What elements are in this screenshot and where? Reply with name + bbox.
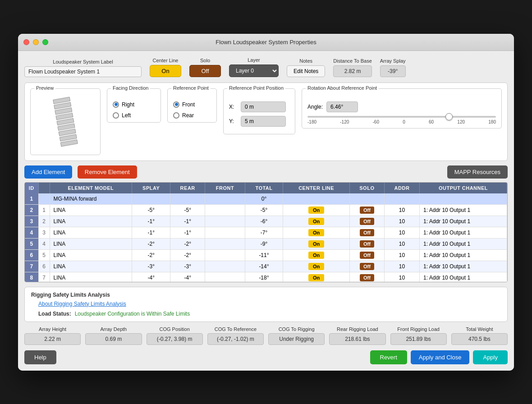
- window-title: Flown Loudspeaker System Properties: [216, 39, 316, 46]
- stat-group: Array Depth 0.69 m: [85, 326, 142, 345]
- facing-right-radio[interactable]: [113, 101, 119, 108]
- table-row[interactable]: 1MG-MINA forward0°: [25, 193, 507, 205]
- splay-value: -39°: [380, 65, 406, 77]
- rotation-slider-thumb[interactable]: [445, 113, 453, 120]
- facing-left-option[interactable]: Left: [113, 112, 155, 119]
- table-row[interactable]: 43LINA-1°-1°-7°OnOff101: Addr 10 Output …: [25, 227, 507, 238]
- ref-rear-option[interactable]: Rear: [173, 112, 211, 119]
- cell-centerline: On: [283, 204, 349, 216]
- cell-splay: -4°: [132, 272, 170, 282]
- cell-splay: -5°: [132, 204, 170, 216]
- ref-front-option[interactable]: Front: [173, 101, 211, 108]
- rotation-slider-track[interactable]: [307, 116, 496, 118]
- cell-addr: 10: [384, 261, 419, 272]
- solo-label: Solo: [189, 58, 221, 63]
- table-row[interactable]: 87LINA-4°-4°-18°OnOff101: Addr 10 Output…: [25, 272, 507, 282]
- cell-splay: -1°: [132, 216, 170, 227]
- cell-output: 1: Addr 10 Output 1: [420, 249, 507, 261]
- rotation-slider-container: -180 -120 -60 0 60 120 180: [307, 116, 496, 124]
- cell-id: 5: [25, 238, 38, 249]
- table-row[interactable]: 54LINA-2°-2°-9°OnOff101: Addr 10 Output …: [25, 238, 507, 249]
- maximize-button[interactable]: [42, 39, 48, 45]
- minimize-button[interactable]: [33, 39, 39, 45]
- cell-solo: [349, 193, 384, 205]
- x-position-row: X: 0 m: [229, 101, 289, 112]
- y-position-row: Y: 5 m: [229, 116, 289, 127]
- element-table: ID ELEMENT MODEL SPLAY REAR FRONT TOTAL …: [25, 183, 507, 282]
- stat-value: 218.61 lbs: [329, 333, 385, 345]
- cell-model: LINA: [50, 272, 132, 282]
- stat-group: Front Rigging Load 251.89 lbs: [390, 326, 447, 345]
- cell-splay: -2°: [132, 238, 170, 249]
- cell-total: -9°: [245, 238, 283, 249]
- table-row[interactable]: 65LINA-2°-2°-11°OnOff101: Addr 10 Output…: [25, 249, 507, 261]
- facing-left-radio[interactable]: [113, 112, 119, 119]
- angle-value: 6.46°: [326, 101, 358, 112]
- cell-idx: 4: [38, 238, 50, 249]
- distance-group: Distance To Base 2.82 m: [333, 58, 371, 77]
- splay-group: Array Splay -39°: [380, 58, 406, 77]
- mapp-resources-button[interactable]: MAPP Resources: [447, 165, 508, 179]
- col-solo: SOLO: [349, 183, 384, 193]
- layer-label: Layer: [229, 57, 279, 63]
- cell-front: [205, 193, 245, 205]
- cell-splay: -1°: [132, 227, 170, 238]
- close-button[interactable]: [23, 39, 29, 45]
- edit-notes-button[interactable]: Edit Notes: [287, 65, 325, 77]
- stat-value: 470.5 lbs: [451, 333, 508, 345]
- system-label-input[interactable]: [24, 66, 142, 77]
- rigging-link[interactable]: About Rigging Safety Limits Analysis: [38, 301, 501, 307]
- cell-centerline: On: [283, 238, 349, 249]
- cell-front: [205, 249, 245, 261]
- cell-solo: Off: [349, 261, 384, 272]
- cell-front: [205, 227, 245, 238]
- col-total: TOTAL: [245, 183, 283, 193]
- revert-button[interactable]: Revert: [370, 350, 407, 364]
- table-header-row: ID ELEMENT MODEL SPLAY REAR FRONT TOTAL …: [25, 183, 507, 193]
- col-empty: [38, 183, 50, 193]
- table-row[interactable]: 76LINA-3°-3°-14°OnOff101: Addr 10 Output…: [25, 261, 507, 272]
- cell-id: 4: [25, 227, 38, 238]
- add-element-button[interactable]: Add Element: [24, 165, 72, 179]
- table-row[interactable]: 21LINA-5°-5°-5°OnOff101: Addr 10 Output …: [25, 204, 507, 216]
- cell-total: -11°: [245, 249, 283, 261]
- cell-idx: 2: [38, 216, 50, 227]
- cell-output: 1: Addr 10 Output 1: [420, 261, 507, 272]
- cell-addr: 10: [384, 227, 419, 238]
- cell-addr: 10: [384, 238, 419, 249]
- table-row[interactable]: 32LINA-1°-1°-6°OnOff101: Addr 10 Output …: [25, 216, 507, 227]
- cell-idx: 3: [38, 227, 50, 238]
- cell-model: MG-MINA forward: [50, 193, 132, 205]
- table-body: 1MG-MINA forward0°21LINA-5°-5°-5°OnOff10…: [25, 193, 507, 282]
- ref-rear-radio[interactable]: [173, 112, 179, 119]
- stat-label: COG Position: [147, 326, 203, 332]
- apply-button[interactable]: Apply: [473, 350, 508, 364]
- stat-label: Total Weight: [451, 326, 508, 332]
- facing-right-option[interactable]: Right: [113, 101, 155, 108]
- element-buttons-row: Add Element Remove Element MAPP Resource…: [24, 165, 508, 179]
- notes-group: Notes Edit Notes: [287, 58, 325, 77]
- help-button[interactable]: Help: [24, 350, 56, 364]
- cell-rear: -2°: [170, 238, 205, 249]
- solo-button[interactable]: Off: [189, 65, 221, 77]
- slider-label-60: 60: [429, 119, 434, 124]
- apply-and-close-button[interactable]: Apply and Close: [411, 350, 470, 364]
- cell-centerline: On: [283, 272, 349, 282]
- col-rear: REAR: [170, 183, 205, 193]
- facing-direction-section: Facing Direction Right Left: [107, 88, 161, 123]
- footer-buttons: Help Revert Apply and Close Apply: [24, 350, 508, 364]
- ref-front-radio[interactable]: [173, 101, 179, 108]
- rigging-title: Rigging Safety Limits Analysis: [31, 292, 501, 298]
- element-table-scroll[interactable]: ID ELEMENT MODEL SPLAY REAR FRONT TOTAL …: [25, 183, 507, 282]
- center-line-button[interactable]: On: [150, 65, 181, 77]
- rotation-section: Rotation About Reference Point Angle: 6.…: [302, 88, 502, 129]
- layer-select[interactable]: Layer 0: [229, 64, 279, 77]
- stat-label: COG To Reference: [207, 326, 264, 332]
- remove-element-button[interactable]: Remove Element: [78, 165, 137, 179]
- cell-addr: 10: [384, 272, 419, 282]
- cell-idx: [38, 193, 50, 205]
- stat-value: 0.69 m: [85, 333, 142, 345]
- cell-model: LINA: [50, 227, 132, 238]
- layer-group: Layer Layer 0: [229, 57, 279, 77]
- col-model: ELEMENT MODEL: [50, 183, 132, 193]
